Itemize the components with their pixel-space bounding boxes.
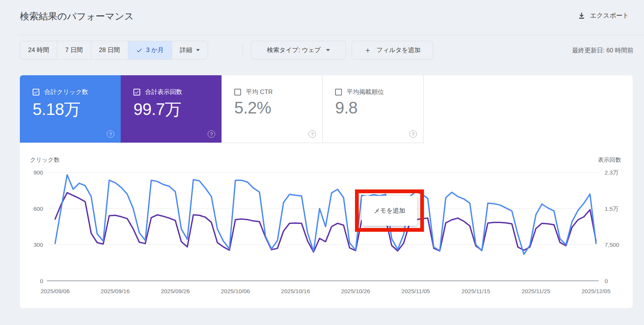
- performance-chart[interactable]: 9002.3万6001.5万3007,500002025/09/062025/0…: [20, 75, 633, 308]
- left-axis-tick: 900: [33, 169, 43, 176]
- chevron-down-icon: [326, 49, 330, 51]
- search-type-label: 検索タイプ: ウェブ: [267, 46, 321, 54]
- right-axis-tick: 2.3万: [605, 169, 619, 176]
- plus-icon: ＋: [364, 45, 371, 55]
- performance-panel: 合計クリック数 5.18万 ? 合計表示回数 99.7万 ? 平均 CTR 5.…: [20, 75, 633, 308]
- left-axis-tick: 0: [40, 278, 43, 284]
- chevron-down-icon: [196, 49, 200, 51]
- range-button-custom[interactable]: 詳細: [172, 41, 208, 59]
- x-axis-tick: 2025/09/16: [101, 288, 130, 294]
- export-label: エクスポート: [590, 11, 629, 20]
- search-performance-page: { "header": { "title": "検索結果のパフォーマンス", "…: [0, 0, 644, 325]
- range-button-label: 28 日間: [99, 46, 120, 54]
- x-axis-tick: 2025/09/26: [161, 288, 190, 294]
- date-range-group: 24 時間 7 日間 28 日間 3 か月 詳細: [20, 41, 208, 60]
- range-button-28d[interactable]: 28 日間: [91, 41, 128, 59]
- x-axis-tick: 2025/11/05: [401, 288, 430, 294]
- header-divider: [18, 35, 644, 35]
- left-axis-tick: 300: [33, 242, 43, 248]
- export-button[interactable]: エクスポート: [578, 11, 629, 20]
- range-button-label: 3 か月: [146, 46, 164, 54]
- toolbar-separator: [243, 44, 243, 56]
- add-filter-label: フィルタを追加: [376, 46, 420, 54]
- add-filter-button[interactable]: ＋ フィルタを追加: [352, 41, 433, 60]
- right-axis-tick: 1.5万: [605, 206, 619, 212]
- check-icon: [136, 47, 142, 54]
- left-axis-tick: 600: [33, 206, 43, 212]
- x-axis-tick: 2025/09/06: [40, 288, 70, 294]
- range-button-label: 7 日間: [65, 46, 83, 54]
- x-axis-tick: 2025/10/26: [341, 288, 370, 294]
- range-button-label: 24 時間: [28, 46, 49, 54]
- x-axis-tick: 2025/11/15: [461, 288, 490, 294]
- x-axis-tick: 2025/10/06: [221, 288, 250, 294]
- x-axis-tick: 2025/10/16: [281, 288, 310, 294]
- right-axis-tick: 7,500: [605, 242, 619, 248]
- download-icon: [578, 12, 586, 19]
- clicks-line: [55, 175, 596, 254]
- x-axis-tick: 2025/12/05: [581, 288, 611, 294]
- last-updated-text: 最終更新日: 60 時間前: [572, 46, 634, 55]
- range-button-24h[interactable]: 24 時間: [20, 41, 57, 59]
- range-button-3mo-selected[interactable]: 3 か月: [128, 41, 172, 59]
- x-axis-tick: 2025/11/25: [521, 288, 550, 294]
- search-type-button[interactable]: 検索タイプ: ウェブ: [251, 41, 346, 60]
- right-axis-tick: 0: [605, 278, 608, 284]
- page-title: 検索結果のパフォーマンス: [20, 10, 134, 22]
- range-button-label: 詳細: [180, 46, 192, 54]
- add-note-tooltip[interactable]: メモを追加: [362, 196, 417, 226]
- range-button-7d[interactable]: 7 日間: [57, 41, 91, 59]
